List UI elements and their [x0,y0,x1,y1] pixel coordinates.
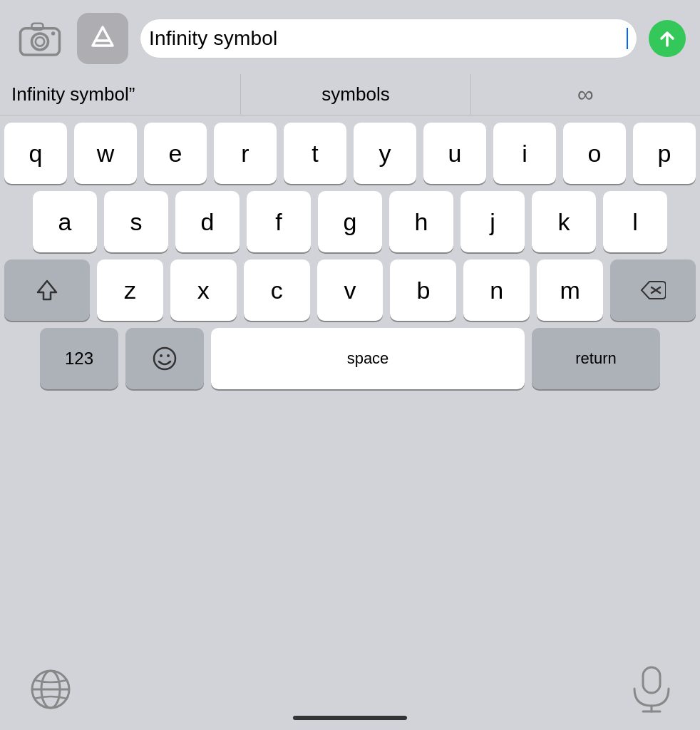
key-p[interactable]: p [633,123,696,184]
search-bar-area: Infinity symbol [0,0,700,74]
return-key[interactable]: return [532,328,660,389]
key-d[interactable]: d [175,191,240,252]
key-v[interactable]: v [317,259,384,321]
svg-point-9 [160,354,163,357]
key-r[interactable]: r [214,123,277,184]
key-j[interactable]: j [460,191,525,252]
key-u[interactable]: u [423,123,486,184]
key-c[interactable]: c [244,259,310,321]
key-n[interactable]: n [463,259,530,321]
suggestion-quoted[interactable]: Infinity symbol” [0,74,241,115]
svg-point-2 [36,37,44,46]
key-x[interactable]: x [170,259,237,321]
suggestions-bar: Infinity symbol” symbols ∞ [0,74,700,115]
suggestion-symbols[interactable]: symbols [241,74,470,115]
keyboard-row-3: z x c v b n m [4,259,696,321]
emoji-key[interactable] [125,328,204,389]
svg-point-10 [167,354,170,357]
appstore-icon-button[interactable] [77,13,128,64]
key-t[interactable]: t [284,123,346,184]
key-w[interactable]: w [74,123,137,184]
key-k[interactable]: k [532,191,596,252]
text-cursor [627,28,628,49]
home-indicator [293,716,407,720]
key-s[interactable]: s [104,191,168,252]
keyboard-row-1: q w e r t y u i o p [4,123,696,184]
search-submit-button[interactable] [649,20,686,57]
key-e[interactable]: e [144,123,207,184]
numbers-key[interactable]: 123 [40,328,118,389]
camera-icon-button[interactable] [14,13,66,64]
svg-point-8 [154,348,175,369]
key-q[interactable]: q [4,123,67,184]
keyboard-row-4: 123 space return [4,328,696,389]
key-h[interactable]: h [389,191,453,252]
key-f[interactable]: f [247,191,311,252]
key-l[interactable]: l [603,191,667,252]
search-input-text: Infinity symbol [149,27,626,50]
key-o[interactable]: o [563,123,626,184]
key-m[interactable]: m [537,259,603,321]
space-key[interactable]: space [211,328,525,389]
shift-key[interactable] [4,259,90,321]
keyboard-row-2: a s d f g h j k l [4,191,696,252]
key-z[interactable]: z [97,259,163,321]
search-input-container[interactable]: Infinity symbol [140,19,637,58]
key-i[interactable]: i [493,123,556,184]
globe-icon[interactable] [29,667,73,714]
svg-rect-14 [643,667,660,693]
svg-point-4 [51,31,55,35]
delete-key[interactable] [610,259,696,321]
suggestion-infinity[interactable]: ∞ [471,74,700,115]
key-g[interactable]: g [318,191,382,252]
microphone-icon[interactable] [632,666,671,716]
key-y[interactable]: y [354,123,416,184]
svg-point-1 [31,34,48,50]
key-a[interactable]: a [33,191,97,252]
keyboard: q w e r t y u i o p a s d f g h j k l z … [0,115,700,659]
key-b[interactable]: b [390,259,456,321]
